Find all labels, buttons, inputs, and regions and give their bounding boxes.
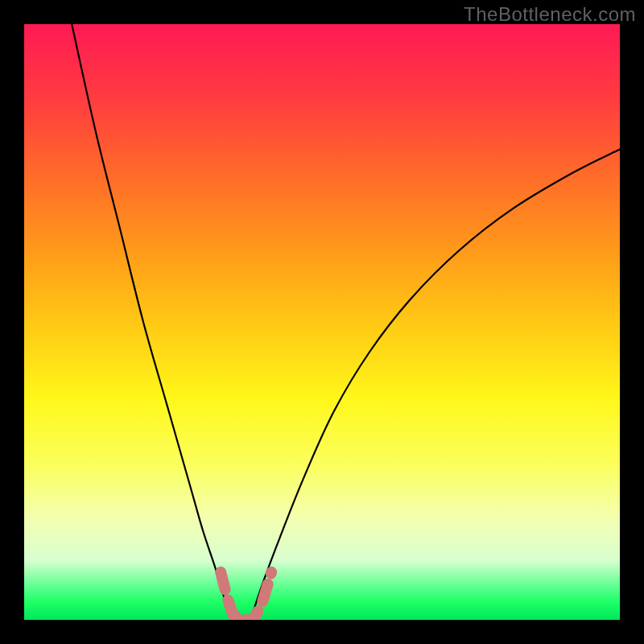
watermark-text: TheBottleneck.com	[464, 3, 636, 26]
chart-frame: TheBottleneck.com	[0, 0, 644, 644]
curves-svg	[24, 24, 620, 620]
plot-area	[24, 24, 620, 620]
curve-left-branch	[72, 24, 233, 620]
curve-right-branch	[250, 149, 620, 620]
